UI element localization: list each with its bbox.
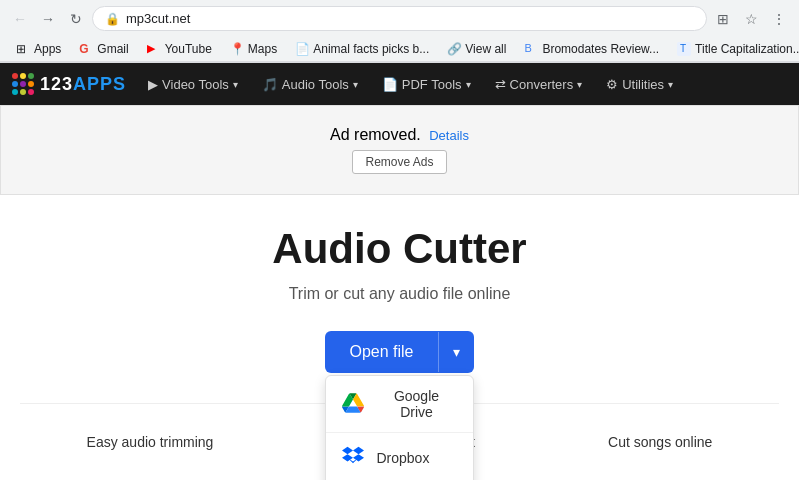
bookmark-titlecap[interactable]: T Title Capitalization... (669, 39, 799, 59)
video-icon: ▶ (148, 77, 158, 92)
bookmark-youtube[interactable]: ▶ YouTube (139, 39, 220, 59)
forward-button[interactable]: → (36, 7, 60, 31)
dot-cyan (12, 89, 18, 95)
dot-pink (28, 89, 34, 95)
nav-actions: ⊞ ☆ ⋮ (711, 7, 791, 31)
bookmark-maps-label: Maps (248, 42, 277, 56)
page-subtitle: Trim or cut any audio file online (20, 285, 779, 303)
apps-icon: ⊞ (16, 42, 30, 56)
ad-details-link[interactable]: Details (429, 128, 469, 143)
dot-lime (20, 89, 26, 95)
dropdown-google-drive[interactable]: Google Drive (326, 376, 472, 433)
dot-red (12, 73, 18, 79)
nav-video-tools[interactable]: ▶ Video Tools ▾ (138, 71, 248, 98)
ad-removed-row: Ad removed. Details (330, 126, 469, 144)
bookmark-apps[interactable]: ⊞ Apps (8, 39, 69, 59)
youtube-icon: ▶ (147, 42, 161, 56)
back-button[interactable]: ← (8, 7, 32, 31)
bookmark-bromodates-label: Bromodates Review... (542, 42, 659, 56)
pdf-icon: 📄 (382, 77, 398, 92)
gdrive-label: Google Drive (376, 388, 456, 420)
extensions-button[interactable]: ⊞ (711, 7, 735, 31)
converters-icon: ⇄ (495, 77, 506, 92)
bookmark-gmail-label: Gmail (97, 42, 128, 56)
open-file-container: Open file ▾ Google Drive (325, 331, 473, 373)
bookmark-viewall-label: View all (465, 42, 506, 56)
dot-yellow (20, 73, 26, 79)
video-chevron: ▾ (233, 79, 238, 90)
reload-button[interactable]: ↻ (64, 7, 88, 31)
bookmark-apps-label: Apps (34, 42, 61, 56)
bookmarks-bar: ⊞ Apps G Gmail ▶ YouTube 📍 Maps 📄 Animal… (0, 37, 799, 62)
utilities-label: Utilities (622, 77, 664, 92)
dropbox-icon (342, 445, 364, 470)
feature-easy-trimming: Easy audio trimming (77, 424, 224, 460)
logo-apps: APPS (73, 74, 126, 94)
bookmark-animal[interactable]: 📄 Animal facts picks b... (287, 39, 437, 59)
gmail-icon: G (79, 42, 93, 56)
app-navbar: 123APPS ▶ Video Tools ▾ 🎵 Audio Tools ▾ … (0, 63, 799, 105)
utilities-chevron: ▾ (668, 79, 673, 90)
converters-chevron: ▾ (577, 79, 582, 90)
nav-converters[interactable]: ⇄ Converters ▾ (485, 71, 593, 98)
lock-icon: 🔒 (105, 12, 120, 26)
dropdown-dropbox[interactable]: Dropbox (326, 433, 472, 480)
nav-audio-tools[interactable]: 🎵 Audio Tools ▾ (252, 71, 368, 98)
open-file-label: Open file (325, 331, 437, 373)
menu-button[interactable]: ⋮ (767, 7, 791, 31)
logo-dots (12, 73, 34, 95)
animal-icon: 📄 (295, 42, 309, 56)
converters-label: Converters (510, 77, 574, 92)
ad-removed-text: Ad removed. (330, 126, 421, 143)
dot-orange (28, 81, 34, 87)
address-bar[interactable]: 🔒 mp3cut.net (92, 6, 707, 31)
nav-pdf-tools[interactable]: 📄 PDF Tools ▾ (372, 71, 481, 98)
bookmark-viewall[interactable]: 🔗 View all (439, 39, 514, 59)
browser-chrome: ← → ↻ 🔒 mp3cut.net ⊞ ☆ ⋮ ⊞ Apps G Gmail … (0, 0, 799, 63)
bookmark-animal-label: Animal facts picks b... (313, 42, 429, 56)
feature-cut-songs: Cut songs online (598, 424, 722, 460)
pdf-chevron: ▾ (466, 79, 471, 90)
dot-blue (12, 81, 18, 87)
titlecap-icon: T (677, 42, 691, 56)
bookmark-maps[interactable]: 📍 Maps (222, 39, 285, 59)
audio-chevron: ▾ (353, 79, 358, 90)
url-text: mp3cut.net (126, 11, 190, 26)
nav-utilities[interactable]: ⚙ Utilities ▾ (596, 71, 683, 98)
utilities-icon: ⚙ (606, 77, 618, 92)
audio-icon: 🎵 (262, 77, 278, 92)
bookmark-youtube-label: YouTube (165, 42, 212, 56)
viewall-icon: 🔗 (447, 42, 461, 56)
bookmark-gmail[interactable]: G Gmail (71, 39, 136, 59)
browser-nav: ← → ↻ 🔒 mp3cut.net ⊞ ☆ ⋮ (0, 0, 799, 37)
remove-ads-button[interactable]: Remove Ads (352, 150, 446, 174)
maps-icon: 📍 (230, 42, 244, 56)
logo-123: 123 (40, 74, 73, 94)
ad-area: Ad removed. Details Remove Ads (0, 105, 799, 195)
open-file-dropdown: Google Drive Dropbox (325, 375, 473, 480)
bromodates-icon: B (524, 42, 538, 56)
gdrive-icon (342, 392, 364, 417)
bookmark-bromodates[interactable]: B Bromodates Review... (516, 39, 667, 59)
logo-text: 123APPS (40, 74, 126, 95)
pdf-label: PDF Tools (402, 77, 462, 92)
page-title: Audio Cutter (20, 225, 779, 273)
dot-purple (20, 81, 26, 87)
main-content: Audio Cutter Trim or cut any audio file … (0, 195, 799, 480)
app-logo[interactable]: 123APPS (12, 73, 126, 95)
audio-label: Audio Tools (282, 77, 349, 92)
dropbox-label: Dropbox (376, 450, 429, 466)
open-file-arrow-icon: ▾ (438, 332, 474, 372)
open-file-button[interactable]: Open file ▾ (325, 331, 473, 373)
video-label: Video Tools (162, 77, 229, 92)
bookmark-button[interactable]: ☆ (739, 7, 763, 31)
bookmark-titlecap-label: Title Capitalization... (695, 42, 799, 56)
dot-green (28, 73, 34, 79)
